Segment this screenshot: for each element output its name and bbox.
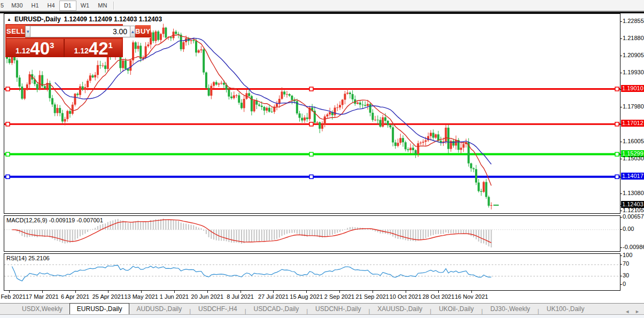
chart-tab-usdcad-daily[interactable]: USDCAD-,Daily (247, 304, 306, 314)
chart-tab-usdx-weekly[interactable]: USDX,Weekly (15, 304, 69, 314)
timeframe-button-m30[interactable]: M30 (7, 1, 27, 11)
timeframe-button-5[interactable]: 5 (0, 1, 7, 11)
price-axis-tick (620, 193, 622, 194)
tabs-scroll-right-icon[interactable]: ► (635, 309, 640, 314)
price-axis-tick (620, 159, 622, 159)
buy-price-pips: 42 (89, 41, 108, 57)
date-tick (141, 291, 142, 293)
line-handle[interactable] (6, 87, 10, 91)
price-badge-1.17012: 1.17012 (621, 120, 644, 127)
macd-axis-label: -0.00986 (623, 244, 644, 250)
price-axis-tick (620, 38, 622, 39)
horizontal-line-1.17012[interactable] (4, 122, 620, 126)
chart-title: ▲ EURUSD-,Daily 1.12409 1.12409 1.12403 … (7, 15, 162, 23)
rsi-axis-tick (620, 276, 622, 276)
macd-axis-tick (620, 217, 622, 218)
line-handle[interactable] (309, 87, 313, 91)
price-axis-label: 1.15030 (623, 155, 644, 161)
date-tick (438, 291, 439, 293)
line-handle[interactable] (6, 122, 10, 126)
rsi-axis-label: 30 (623, 272, 629, 278)
line-handle[interactable] (615, 122, 619, 126)
macd-indicator-pane[interactable]: MACD(12,26,9) -0.009119 -0.007001 (4, 215, 620, 252)
date-label: 27 Jul 2021 (258, 293, 289, 300)
price-axis-tick (620, 142, 622, 142)
rsi-axis-tick (620, 284, 622, 285)
horizontal-line-1.15299[interactable] (4, 152, 620, 156)
date-tick (339, 291, 340, 293)
date-label: 26 Feb 2021 (0, 293, 26, 300)
date-label: 2 Sep 2021 (324, 293, 354, 300)
buy-price-point: 1 (108, 41, 113, 50)
date-label: 17 Mar 2021 (26, 293, 59, 300)
sell-price-pips: 40 (30, 41, 50, 57)
tabs-scroll-left-icon[interactable]: ◄ (625, 309, 630, 314)
chart-tab-bar: USDX,WeeklyEURUSD-,DailyAUDUSD-,Daily|US… (0, 303, 644, 314)
timeframe-button-d1[interactable]: D1 (59, 1, 76, 11)
line-handle[interactable] (309, 175, 313, 179)
timeframe-button-w1[interactable]: W1 (76, 1, 94, 11)
date-label: 25 Apr 2021 (92, 293, 124, 300)
date-tick (406, 291, 406, 293)
buy-price-display[interactable]: 1.12421 (65, 39, 122, 57)
sell-price-display[interactable]: 1.12403 (6, 39, 64, 57)
date-tick (273, 291, 274, 293)
line-handle[interactable] (309, 152, 313, 156)
rsi-chart (4, 254, 620, 290)
chart-symbol-period: EURUSD-,Daily (14, 15, 61, 23)
status-strip (0, 314, 644, 318)
line-handle[interactable] (615, 152, 619, 156)
date-tick (174, 291, 175, 293)
buy-button[interactable]: BUY (135, 25, 151, 38)
volume-increase-button[interactable]: ▲ (130, 26, 135, 37)
price-axis-label: 1.19930 (623, 69, 644, 75)
chart-tab-audusd-daily[interactable]: AUDUSD-,Daily (129, 304, 189, 314)
volume-decrease-button[interactable]: ▼ (25, 26, 30, 37)
buy-price-base: 1.12 (74, 46, 89, 55)
rsi-indicator-pane[interactable]: RSI(14) 25.2106 (4, 253, 620, 291)
collapse-triangle-icon[interactable]: ▲ (7, 17, 11, 22)
price-axis-tick (620, 56, 622, 56)
chart-tab-uk100-daily[interactable]: UK100-,Daily (540, 304, 592, 314)
line-handle[interactable] (615, 175, 619, 179)
line-handle[interactable] (6, 175, 10, 179)
price-axis-tick (620, 21, 622, 22)
main-chart-pane[interactable]: ▲ EURUSD-,Daily 1.12409 1.12409 1.12403 … (4, 13, 620, 214)
sell-button[interactable]: SELL (6, 25, 25, 38)
date-tick (9, 291, 10, 293)
chart-tab-usdcnh-daily[interactable]: USDCNH-,Daily (308, 304, 368, 314)
horizontal-line-1.19010[interactable] (4, 87, 620, 91)
timeframe-button-h4[interactable]: H4 (43, 1, 59, 11)
date-label: 28 Oct 2021 (422, 293, 454, 300)
price-axis-label: 1.16005 (623, 138, 644, 144)
price-badge-1.19010: 1.19010 (621, 85, 644, 92)
chart-tab-eurusd-daily[interactable]: EURUSD-,Daily (69, 303, 130, 314)
chart-tab-dj30-weekly[interactable]: DJ30-,Weekly (483, 304, 537, 314)
timeframe-button-mn[interactable]: MN (94, 1, 111, 11)
price-axis[interactable]: 1.228551.218801.209051.199301.190101.179… (620, 13, 644, 303)
toolbar-separator (113, 2, 114, 10)
line-handle[interactable] (615, 87, 619, 91)
volume-input[interactable] (30, 26, 130, 37)
date-axis[interactable]: 26 Feb 202117 Mar 20216 Apr 202125 Apr 2… (4, 291, 620, 303)
sell-price-point: 3 (50, 41, 54, 50)
price-axis-tick (620, 73, 622, 73)
date-tick (373, 291, 373, 293)
horizontal-lines-layer (4, 87, 620, 179)
timeframe-toolbar: 5M30H1H4D1W1MN (0, 0, 644, 11)
macd-axis-label: 0.00 (623, 226, 634, 232)
sell-price-base: 1.12 (15, 46, 30, 55)
date-label: 13 May 2021 (124, 293, 158, 300)
chart-tab-ukoil-daily[interactable]: UKOil-,Daily (432, 304, 480, 314)
horizontal-line-1.14017[interactable] (4, 175, 620, 179)
chart-tab-xauusd-daily[interactable]: XAUUSD-,Daily (370, 304, 429, 314)
line-handle[interactable] (6, 152, 10, 156)
line-handle[interactable] (309, 122, 313, 126)
rsi-axis-label: 70 (623, 260, 629, 267)
one-click-trading-panel: SELL ▼ ▲ BUY 1.12403 1.12421 (5, 24, 123, 57)
price-axis-label: 1.20905 (623, 52, 644, 58)
date-label: 21 Sep 2021 (356, 293, 389, 300)
macd-axis-tick (620, 229, 622, 230)
timeframe-button-h1[interactable]: H1 (27, 1, 43, 11)
chart-tab-usdchf-h4[interactable]: USDCHF-,H4 (191, 304, 244, 314)
